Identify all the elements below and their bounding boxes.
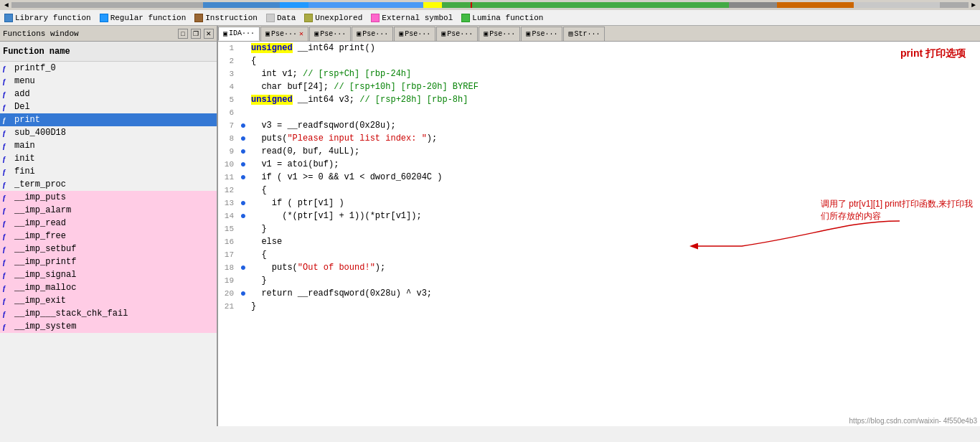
sidebar-item-Del[interactable]: fDel <box>0 100 217 113</box>
code-line-5[interactable]: 5unsigned __int64 v3; // [rsp+28h] [rbp-… <box>218 93 980 106</box>
breakpoint-7[interactable]: ● <box>238 120 248 131</box>
sidebar-item-fini[interactable]: ffini <box>0 165 217 178</box>
code-line-6[interactable]: 6 <box>218 106 980 119</box>
code-line-7[interactable]: 7● v3 = __readfsqword(0x28u); <box>218 119 980 132</box>
code-line-12[interactable]: 12 { <box>218 184 980 197</box>
legend-regular-function: Regular function <box>100 14 187 22</box>
sidebar-restore-button[interactable]: ❐ <box>191 29 201 39</box>
breakpoint-8[interactable]: ● <box>238 133 248 144</box>
minimap-left-arrow[interactable]: ◄ <box>3 1 10 9</box>
sidebar-item-__imp_printf[interactable]: f__imp_printf <box>0 255 217 268</box>
code-line-21[interactable]: 21} <box>218 300 980 313</box>
sidebar-close-button[interactable]: ✕ <box>204 29 214 39</box>
function-label-add: add <box>14 89 30 99</box>
breakpoint-9[interactable]: ● <box>238 146 248 157</box>
tab-label-8: Str··· <box>574 30 600 38</box>
sidebar-item-main[interactable]: fmain <box>0 139 217 152</box>
main-layout: Functions window □ ❐ ✕ Function name fpr… <box>0 26 980 426</box>
code-area: 1unsigned __int64 print()2{3 int v1; // … <box>218 42 980 313</box>
code-content-1: unsigned __int64 print() <box>248 43 375 53</box>
line-number-20: 20 <box>218 289 238 298</box>
code-content-20: return __readfsqword(0x28u) ^ v3; <box>248 288 432 298</box>
code-line-19[interactable]: 19 } <box>218 274 980 287</box>
code-line-4[interactable]: 4 char buf[24]; // [rsp+10h] [rbp-20h] B… <box>218 80 980 93</box>
code-line-2[interactable]: 2{ <box>218 55 980 67</box>
sidebar-minimize-button[interactable]: □ <box>178 29 188 39</box>
function-label-_term_proc: _term_proc <box>14 179 66 189</box>
tab-bar: ▣IDA···▣Pse···✕▣Pse···▣Pse···▣Pse···▣Pse… <box>218 26 980 42</box>
function-label-__imp_exit: __imp_exit <box>14 296 66 306</box>
call-annotation: 调用了 ptr[v1][1] print打印函数,来打印我 们所存放的内容 <box>821 198 973 222</box>
legend-library-function-color <box>4 14 13 22</box>
sidebar-item-init[interactable]: finit <box>0 152 217 165</box>
minimap-right-arrow[interactable]: ► <box>970 1 977 9</box>
tab-label-1: Pse··· <box>271 30 297 38</box>
tab-2[interactable]: ▣Pse··· <box>309 27 351 41</box>
legend-unexplored-color <box>304 14 313 22</box>
breakpoint-13[interactable]: ● <box>238 197 248 209</box>
tab-3[interactable]: ▣Pse··· <box>352 27 393 41</box>
function-list[interactable]: fprintf_0fmenufaddfDelfprintfsub_400D18f… <box>0 62 217 426</box>
sidebar-item-__imp_system[interactable]: f__imp_system <box>0 320 217 333</box>
tab-8[interactable]: ▤Str··· <box>563 27 605 41</box>
tab-0[interactable]: ▣IDA··· <box>218 27 260 41</box>
tab-label-0: IDA··· <box>229 29 255 37</box>
breakpoint-14[interactable]: ● <box>238 210 248 222</box>
line-number-8: 8 <box>218 134 238 143</box>
sidebar-item-__imp___stack_chk_fail[interactable]: f__imp___stack_chk_fail <box>0 307 217 320</box>
sidebar-item-menu[interactable]: fmenu <box>0 75 217 88</box>
function-label-__imp_puts: __imp_puts <box>14 192 66 202</box>
line-number-17: 17 <box>218 250 238 259</box>
sidebar-item-__imp_exit[interactable]: f__imp_exit <box>0 294 217 307</box>
breakpoint-20[interactable]: ● <box>238 288 248 299</box>
tab-6[interactable]: ▣Pse··· <box>479 27 520 41</box>
tab-5[interactable]: ▣Pse··· <box>436 27 478 41</box>
tab-close-1[interactable]: ✕ <box>299 29 303 38</box>
sidebar-item-print[interactable]: fprint <box>0 113 217 126</box>
legend-lumina-function: Lumina function <box>461 14 543 22</box>
sidebar-item-sub_400D18[interactable]: fsub_400D18 <box>0 126 217 139</box>
code-line-17[interactable]: 17 { <box>218 248 980 261</box>
code-line-1[interactable]: 1unsigned __int64 print() <box>218 42 980 55</box>
tab-label-3: Pse··· <box>362 30 388 38</box>
breakpoint-10[interactable]: ● <box>238 159 248 170</box>
code-content-5: unsigned __int64 v3; // [rsp+28h] [rbp-8… <box>248 95 468 105</box>
code-line-9[interactable]: 9● read(0, buf, 4uLL); <box>218 145 980 158</box>
sidebar-item-__imp_signal[interactable]: f__imp_signal <box>0 268 217 281</box>
tab-icon-2: ▣ <box>314 29 319 38</box>
code-panel[interactable]: 1unsigned __int64 print()2{3 int v1; // … <box>218 42 980 426</box>
code-line-18[interactable]: 18● puts("Out of bound!"); <box>218 261 980 274</box>
function-name-column-header: Function name <box>3 47 70 57</box>
code-line-3[interactable]: 3 int v1; // [rsp+Ch] [rbp-24h] <box>218 67 980 80</box>
code-line-20[interactable]: 20● return __readfsqword(0x28u) ^ v3; <box>218 287 980 300</box>
sidebar-item-add[interactable]: fadd <box>0 88 217 100</box>
function-label-main: main <box>14 141 35 151</box>
sidebar-item-__imp_setbuf[interactable]: f__imp_setbuf <box>0 243 217 255</box>
sidebar-item-__imp_free[interactable]: f__imp_free <box>0 230 217 243</box>
tab-icon-7: ▣ <box>526 29 530 38</box>
code-line-10[interactable]: 10● v1 = atoi(buf); <box>218 158 980 171</box>
function-label-__imp_setbuf: __imp_setbuf <box>14 244 76 254</box>
function-icon-printf_0: f <box>3 65 11 72</box>
code-line-8[interactable]: 8● puts("Please input list index: "); <box>218 132 980 145</box>
sidebar-item-__imp_malloc[interactable]: f__imp_malloc <box>0 281 217 294</box>
line-number-7: 7 <box>218 121 238 130</box>
code-line-15[interactable]: 15 } <box>218 222 980 235</box>
breakpoint-18[interactable]: ● <box>238 262 248 273</box>
sidebar-item-__imp_alarm[interactable]: f__imp_alarm <box>0 204 217 217</box>
breakpoint-11[interactable]: ● <box>238 171 248 183</box>
code-line-16[interactable]: 16 else <box>218 235 980 248</box>
function-label-__imp_alarm: __imp_alarm <box>14 205 71 215</box>
tab-4[interactable]: ▣Pse··· <box>394 27 435 41</box>
sidebar-item-__imp_puts[interactable]: f__imp_puts <box>0 191 217 204</box>
code-content-13: if ( ptr[v1] ) <box>248 198 344 208</box>
tab-7[interactable]: ▣Pse··· <box>521 27 562 41</box>
line-number-12: 12 <box>218 186 238 194</box>
code-line-11[interactable]: 11● if ( v1 >= 0 && v1 < dword_60204C ) <box>218 171 980 184</box>
sidebar-item-__imp_read[interactable]: f__imp_read <box>0 217 217 230</box>
tab-1[interactable]: ▣Pse···✕ <box>260 27 308 41</box>
function-label-__imp_read: __imp_read <box>14 218 66 228</box>
tab-label-6: Pse··· <box>489 30 515 38</box>
sidebar-item-_term_proc[interactable]: f_term_proc <box>0 178 217 191</box>
sidebar-item-printf_0[interactable]: fprintf_0 <box>0 62 217 75</box>
